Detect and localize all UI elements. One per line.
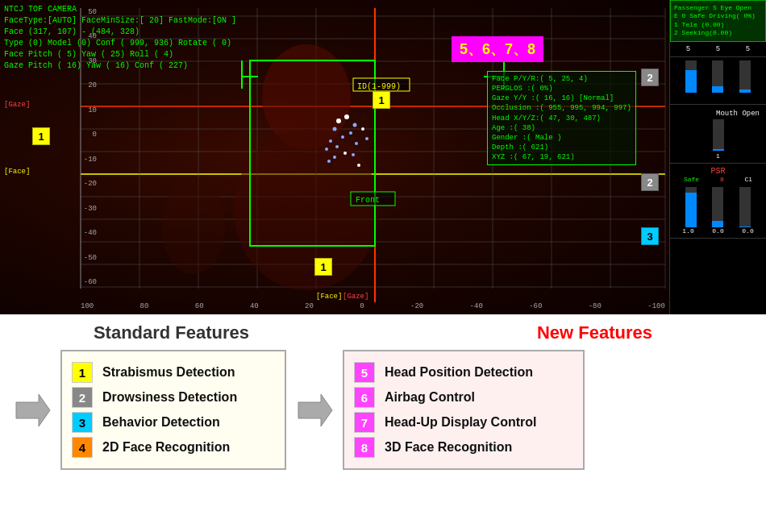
standard-title-area: Standard Features [19, 322, 325, 343]
svg-point-48 [325, 148, 328, 151]
svg-point-39 [341, 135, 344, 139]
badge-1-left: 1 [32, 127, 50, 145]
standard-feature-row-1: 1 Strabismus Detection [72, 362, 275, 383]
behavior-label: Behavior Detection [102, 415, 220, 430]
new-feature-row-7: 7 Head-Up Display Control [354, 412, 573, 433]
svg-point-50 [327, 160, 331, 163]
badge-3: 3 [641, 227, 659, 245]
bottom-content: 1 Strabismus Detection 2 Drowsiness Dete… [12, 350, 754, 470]
svg-text:Front: Front [356, 196, 380, 205]
arrow-1-icon [13, 391, 52, 430]
svg-point-27 [161, 177, 226, 274]
badge-behavior: 3 [72, 412, 93, 433]
face-label: [Face] [4, 168, 30, 176]
new-title-area: New Features [442, 322, 748, 343]
svg-point-42 [361, 127, 364, 131]
arrow-2-container [294, 391, 335, 430]
badge-2-top: 2 [641, 69, 659, 86]
svg-text:[Face]: [Face] [316, 293, 342, 301]
camera-line3: Type (0) Model (0) Conf ( 999, 936) Rota… [4, 38, 236, 49]
2d-face-label: 2D Face Recognition [102, 440, 230, 455]
gaze-label: [Gaze] [4, 101, 30, 109]
psr-bar-8 [710, 187, 726, 227]
svg-point-40 [349, 131, 352, 135]
badge-1-top: 1 [373, 91, 390, 109]
arrow-2-icon [295, 391, 334, 430]
svg-point-35 [336, 118, 341, 123]
mouth-open-title: Mouth Open [673, 108, 763, 119]
camera-line5: Gaze Pitch ( 16) Yaw ( 16) Conf ( 227) [4, 60, 236, 72]
psr-title: PSR [673, 167, 763, 176]
camera-view: ID(1-999) Front [Face] [Gaze] [0, 0, 669, 314]
camera-line4: Face Pitch ( 5) Yaw ( 25) Roll ( 4) [4, 49, 236, 60]
x-axis: 100 80 60 40 20 0 -20 -40 -60 -80 -100 [81, 302, 665, 310]
new-features-title: New Features [537, 322, 652, 343]
badge-1-bottom: 1 [314, 258, 332, 276]
svg-point-41 [329, 139, 332, 143]
camera-title: NTCJ TOF CAMERA [4, 4, 236, 15]
hud-label: Head-Up Display Control [385, 415, 536, 430]
head-position-label: Head Position Detection [385, 365, 533, 380]
rp-numbers: 5 5 5 [673, 45, 763, 53]
svg-point-38 [353, 123, 357, 127]
mouth-bars: 1 [673, 119, 763, 160]
3d-face-label: 3D Face Recognition [385, 440, 512, 455]
bar-3 [737, 60, 753, 101]
badge-drowsiness: 2 [72, 387, 93, 408]
svg-point-47 [352, 153, 355, 156]
svg-text:ID(1-999): ID(1-999) [357, 82, 401, 91]
svg-point-49 [365, 137, 368, 140]
camera-line1: FaceType:[AUTO] FaceMinSize:[ 20] FastMo… [4, 15, 236, 27]
psr-labels: Safe 8 Cl [673, 176, 763, 183]
svg-point-46 [333, 156, 336, 159]
psr-section: PSR Safe 8 Cl [670, 164, 766, 239]
svg-point-44 [355, 142, 358, 145]
eye-open-section [670, 57, 766, 105]
bottom-section: Standard Features New Features 1 Strabis… [0, 314, 766, 532]
airbag-label: Airbag Control [385, 390, 475, 405]
svg-marker-57 [298, 394, 332, 426]
strabismus-label: Strabismus Detection [102, 365, 235, 380]
svg-text:[Gaze]: [Gaze] [343, 293, 368, 301]
psr-bar-cl [737, 187, 753, 227]
drowsiness-label: Drowsiness Detection [102, 390, 237, 405]
camera-line2: Face (317, 107) - (484, 328) [4, 27, 236, 38]
mouth-open-section: Mouth Open 1 [670, 105, 766, 164]
badge-hud: 7 [354, 412, 375, 433]
new-feature-row-8: 8 3D Face Recognition [354, 437, 573, 458]
badge-airbag: 6 [354, 387, 375, 408]
badge-2d-face: 4 [72, 437, 93, 458]
bar-2 [710, 60, 726, 101]
psr-bar-safe [683, 187, 699, 227]
badge-2-mid: 2 [641, 173, 659, 191]
psr-values: 1.0 0.0 0.0 [673, 227, 763, 235]
svg-point-36 [344, 114, 349, 119]
passenger-info: Passenger S Eye Open E 0 Safe Driving( 0… [674, 4, 762, 38]
camera-info: NTCJ TOF CAMERA FaceType:[AUTO] FaceMinS… [4, 4, 236, 72]
standard-features-title: Standard Features [94, 322, 249, 343]
badge-head-position: 5 [354, 362, 375, 383]
eye-bars [673, 60, 763, 101]
mouth-bar-1: 1 [710, 119, 726, 160]
standard-features-table: 1 Strabismus Detection 2 Drowsiness Dete… [60, 350, 286, 470]
face-info-box: Face P/Y/R:( 5, 25, 4) PERGLOS :( 0%) Ga… [487, 71, 636, 165]
svg-point-45 [343, 152, 347, 155]
svg-point-43 [335, 145, 339, 148]
svg-marker-56 [16, 394, 50, 426]
bar-1 [683, 60, 699, 101]
standard-feature-row-2: 2 Drowsiness Detection [72, 387, 275, 408]
passenger-section: Passenger S Eye Open E 0 Safe Driving( 0… [670, 0, 766, 42]
badge-strabismus: 1 [72, 362, 93, 383]
numbers-section: 5 5 5 [670, 42, 766, 57]
bottom-titles: Standard Features New Features [12, 322, 754, 343]
new-feature-row-5: 5 Head Position Detection [354, 362, 573, 383]
new-features-table: 5 Head Position Detection 6 Airbag Contr… [343, 350, 585, 470]
svg-point-37 [333, 127, 337, 131]
new-feature-numbers: 5、6、7、8 [452, 36, 543, 62]
psr-bars [673, 183, 763, 227]
svg-point-26 [234, 129, 379, 290]
new-feature-row-6: 6 Airbag Control [354, 387, 573, 408]
standard-feature-row-3: 3 Behavior Detection [72, 412, 275, 433]
standard-feature-row-4: 4 2D Face Recognition [72, 437, 275, 458]
right-panel: Passenger S Eye Open E 0 Safe Driving( 0… [669, 0, 766, 314]
